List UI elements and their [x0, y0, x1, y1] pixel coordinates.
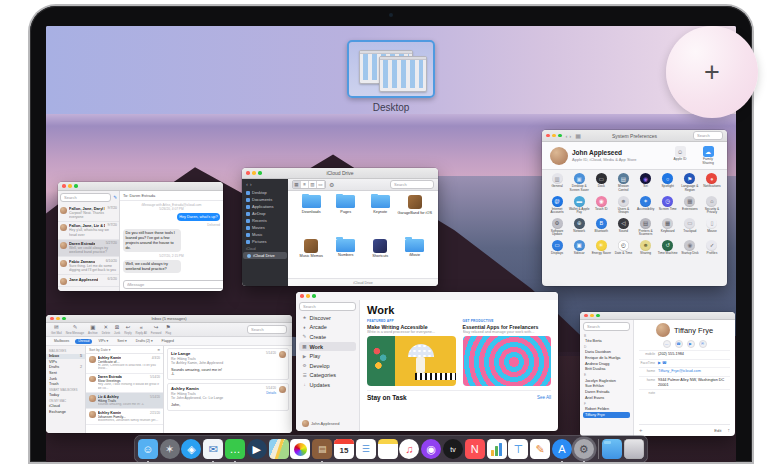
pref-pane-spotlight[interactable]: ○Spotlight [657, 173, 679, 192]
finder-titlebar[interactable]: iCloud Drive [242, 168, 438, 179]
pref-pane-date-time[interactable]: ◴Date & Time [612, 240, 634, 256]
filter-vips-[interactable]: VIPs ▾ [95, 339, 111, 344]
account-row[interactable]: John Appleseed [299, 418, 356, 429]
toolbar-button-junk[interactable]: ⊠Junk [114, 325, 120, 335]
file-item[interactable]: Music Memos [294, 239, 329, 279]
appstore-search-input[interactable] [299, 302, 356, 311]
sidebar-item-work[interactable]: ▣Work [299, 342, 356, 352]
pref-pane-sound[interactable]: ◁Sound [612, 218, 634, 237]
conversation-row[interactable]: Fallon, Jane, Daryl B...9/7/20Carpool! N… [58, 204, 119, 222]
contacts-window[interactable]: BTéo BertaDDaria DavidsonEnrique de la H… [580, 312, 735, 436]
message-row[interactable]: Daren Estrada5/14/20Slow GreetingsHey Ja… [86, 374, 163, 394]
pref-pane-trackpad[interactable]: ▭Trackpad [679, 218, 701, 237]
traffic-lights[interactable] [50, 317, 66, 321]
maps-dock-icon[interactable] [269, 439, 289, 459]
contact-row[interactable]: Jocelyn Eagleston [583, 378, 630, 384]
calendar-dock-icon[interactable]: 15 [334, 439, 354, 459]
contacts-search-input[interactable] [583, 322, 630, 331]
filter-drafts-[interactable]: Drafts (2) ▾ [133, 339, 156, 344]
pref-pane-siri[interactable]: ◉Siri [635, 173, 657, 192]
sidebar-item-applications[interactable]: Applications [242, 203, 288, 210]
filter-unread[interactable]: Unread [75, 339, 92, 344]
keynote-dock-icon[interactable]: ⊤ [508, 439, 528, 459]
filter-flagged[interactable]: Flagged [159, 339, 177, 344]
sidebar-item-arcade[interactable]: ♦Arcade [299, 323, 356, 333]
toolbar-button-forward[interactable]: ↪Forward [151, 325, 162, 335]
traffic-lights[interactable] [300, 294, 316, 298]
numbers-dock-icon[interactable] [487, 439, 507, 459]
sidebar-item-documents[interactable]: Documents [242, 196, 288, 203]
pref-pane-screen-time[interactable]: ◷Screen Time [657, 196, 679, 215]
prefs-search-input[interactable] [693, 131, 723, 140]
messages-dock-icon[interactable]: … [225, 439, 245, 459]
pref-pane-accessibility[interactable]: ✶Accessibility [635, 196, 657, 215]
toolbar-button-delete[interactable]: ✕Delete [102, 325, 110, 335]
prefs-link-apple-id[interactable]: ☺Apple ID [669, 146, 691, 165]
contacts-dock-icon[interactable]: ▤ [312, 439, 332, 459]
sidebar-item-desktop[interactable]: Desktop [242, 189, 288, 196]
pref-pane-internet-accounts[interactable]: @Internet Accounts [546, 196, 568, 215]
pref-pane-bluetooth[interactable]: BBluetooth [590, 218, 612, 237]
mailbox-exchange[interactable]: Exchange [46, 409, 85, 415]
add-space-button[interactable]: + [704, 59, 720, 86]
share-icon[interactable]: ↑ [728, 427, 731, 433]
mail-titlebar[interactable]: Inbox (5 messages) [46, 315, 292, 323]
featured-card[interactable]: GET PRODUCTIVE Essential Apps for Freela… [463, 319, 552, 386]
traffic-lights[interactable] [546, 134, 562, 138]
system-preferences-window[interactable]: ‹ › ▦ System Preferences John Appleseed … [542, 130, 727, 286]
contacts-titlebar[interactable] [580, 312, 735, 320]
pref-pane-time-machine[interactable]: ↺Time Machine [657, 240, 679, 256]
back-forward-buttons[interactable]: ‹ › [242, 181, 288, 189]
pref-pane-sidecar[interactable]: ▣Sidecar [568, 240, 590, 256]
finder-window[interactable]: iCloud Drive ‹ › DesktopDocumentsApplica… [242, 168, 438, 286]
pref-pane-software-update[interactable]: ⚙Software Update [546, 218, 568, 237]
prefs-titlebar[interactable]: ‹ › ▦ System Preferences [542, 130, 727, 142]
toolbar-button-flag[interactable]: ⚑Flag [165, 325, 171, 335]
call-action-icon[interactable]: ☎ [675, 340, 683, 348]
traffic-lights[interactable] [584, 314, 600, 318]
traffic-lights[interactable] [246, 171, 262, 175]
field-value[interactable]: ▶ ☎ [658, 361, 667, 366]
field-value[interactable]: Tiffany_Frye@icloud.com [658, 369, 701, 374]
sidebar-item-updates[interactable]: ↓Updates [299, 380, 356, 390]
pref-pane-security-privacy[interactable]: ⌂Security & Privacy [701, 196, 723, 215]
facetime-dock-icon[interactable]: ▶ [247, 439, 267, 459]
sidebar-item-develop[interactable]: ⚙Develop [299, 361, 356, 371]
desktop-space-thumbnail[interactable] [347, 40, 435, 98]
sidebar-item-create[interactable]: ✎Create [299, 332, 356, 342]
pref-pane-dock[interactable]: ▭Dock [590, 173, 612, 192]
pref-pane-network[interactable]: ⊕Network [568, 218, 590, 237]
notes-dock-icon[interactable] [378, 439, 398, 459]
tv-dock-icon[interactable]: tv [443, 439, 463, 459]
pref-pane-keyboard[interactable]: ▦Keyboard [657, 218, 679, 237]
pref-pane-wallet-apple-pay[interactable]: ▬Wallet & Apple Pay [568, 196, 590, 215]
file-item[interactable]: Shortcuts [363, 239, 398, 279]
file-item[interactable]: Downloads [294, 195, 329, 235]
toolbar-button-get-mail[interactable]: ✉Get Mail [51, 325, 62, 335]
mail-action-icon[interactable]: ✉ [699, 340, 707, 348]
pref-pane-language-region[interactable]: ⚑Language & Region [679, 173, 701, 192]
file-item[interactable]: Keynote [363, 195, 398, 235]
compose-icon[interactable]: ✎ [113, 195, 117, 200]
conversation-row[interactable]: Jane Appleseed6/1/20 [58, 275, 119, 287]
sidebar-item-discover[interactable]: ★Discover [299, 313, 356, 323]
messages-search-input[interactable] [60, 193, 111, 202]
message-row[interactable]: Liz & Ashley5/14/20Hiking TrailsSounds a… [86, 393, 163, 409]
message-row[interactable]: Ashley Kamin2/21/20Johansen Family...Mov… [86, 409, 163, 425]
details-link[interactable]: Details [266, 391, 276, 395]
prefs-link-family-sharing[interactable]: ☁Family Sharing [697, 146, 719, 165]
toolbar-button-reply-all[interactable]: «Reply All [136, 325, 147, 335]
video-action-icon[interactable]: ▶ [687, 340, 695, 348]
app-store-dock-icon[interactable]: A [552, 439, 572, 459]
message-row[interactable]: Ashley Kamin4/3/20Certificate of...Hi Jo… [86, 354, 163, 374]
finder-dock-icon[interactable]: ☺ [138, 439, 158, 459]
pref-pane-desktop-screen-saver[interactable]: ▣Desktop & Screen Saver [568, 173, 590, 192]
show-all-icon[interactable]: ▦ [575, 132, 581, 139]
trash-dock-icon[interactable] [624, 439, 644, 459]
pref-pane-startup-disk[interactable]: ◉Startup Disk [679, 240, 701, 256]
traffic-lights[interactable] [62, 184, 78, 188]
pref-pane-mission-control[interactable]: ▤Mission Control [612, 173, 634, 192]
music-dock-icon[interactable]: ♫ [399, 439, 419, 459]
mail-dock-icon[interactable]: ✉ [203, 439, 223, 459]
sidebar-item-airdrop[interactable]: AirDrop [242, 210, 288, 217]
